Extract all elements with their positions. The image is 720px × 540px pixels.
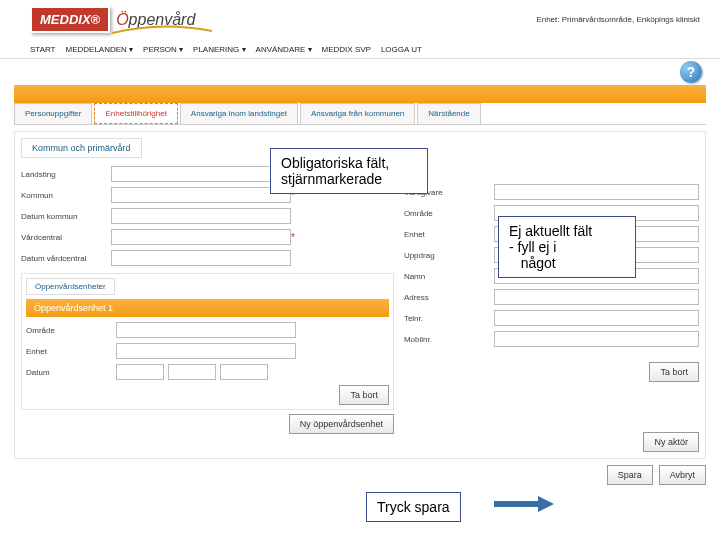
label-adress: Adress: [404, 293, 494, 302]
select-landsting[interactable]: [111, 166, 291, 182]
input-ov-date-2[interactable]: [168, 364, 216, 380]
openvard-title: Öppenvårdsenheter: [26, 278, 115, 295]
annotation-mandatory: Obligatoriska fält, stjärnmarkerade: [270, 148, 428, 194]
avbryt-button[interactable]: Avbryt: [659, 465, 706, 485]
label-landsting: Landsting: [21, 170, 111, 179]
tab-personuppgifter[interactable]: Personuppgifter: [14, 103, 92, 124]
ny-openvardsenhet-button[interactable]: Ny öppenvårdsenhet: [289, 414, 394, 434]
label-ov-datum: Datum: [26, 368, 116, 377]
menu-meddelanden[interactable]: MEDDELANDEN ▾: [65, 45, 133, 54]
footer-buttons: Spara Avbryt: [14, 465, 706, 485]
logo-swoosh-icon: [112, 25, 212, 35]
tab-enhetstillhorighet[interactable]: Enhetstillhörighet: [94, 103, 177, 124]
help-row: ?: [0, 59, 720, 85]
menu-planering[interactable]: PLANERING ▾: [193, 45, 245, 54]
arrow-icon: [494, 496, 554, 512]
select-ov-omrade[interactable]: [116, 322, 296, 338]
required-star: *: [291, 232, 301, 243]
left-column: Landsting * Kommun * Datum kommun Vårdce…: [21, 162, 394, 452]
svg-marker-1: [538, 496, 554, 512]
main-menu: START MEDDELANDEN ▾ PERSON ▾ PLANERING ▾…: [0, 41, 720, 59]
spara-button[interactable]: Spara: [607, 465, 653, 485]
menu-person[interactable]: PERSON ▾: [143, 45, 183, 54]
svg-rect-0: [494, 501, 538, 507]
input-datum-vardcentral[interactable]: [111, 250, 291, 266]
annotation-tryck-spara: Tryck spara: [366, 492, 461, 522]
accent-bar: [14, 85, 706, 103]
label-namn: Namn: [404, 272, 494, 281]
app-header: MEDDIX® Öppenvård Enhet: Primärvårdsområ…: [0, 0, 720, 35]
brand-subtitle: Öppenvård: [116, 11, 195, 29]
logo: MEDDIX® Öppenvård: [30, 6, 195, 33]
label-ov-omrade: Område: [26, 326, 116, 335]
help-icon[interactable]: ?: [680, 61, 702, 83]
tab-ansvariga-landstinget[interactable]: Ansvariga inom landstinget: [180, 103, 298, 124]
select-kommun[interactable]: [111, 187, 291, 203]
select-vardcentral[interactable]: [111, 229, 291, 245]
label-enhet: Enhet: [404, 230, 494, 239]
brand-badge: MEDDIX®: [30, 6, 110, 33]
menu-loggaut[interactable]: LOGGA UT: [381, 45, 422, 54]
menu-anvandare[interactable]: ANVÄNDARE ▾: [256, 45, 312, 54]
label-datum-vardcentral: Datum vårdcentral: [21, 254, 111, 263]
label-ov-enhet: Enhet: [26, 347, 116, 356]
label-vardcentral: Vårdcentral: [21, 233, 111, 242]
label-datum-kommun: Datum kommun: [21, 212, 111, 221]
section-kommun-title: Kommun och primärvård: [21, 138, 142, 158]
input-telnr[interactable]: [494, 310, 699, 326]
tab-ansvariga-kommunen[interactable]: Ansvariga från kommunen: [300, 103, 415, 124]
right-column: Vårdgivare Område Enhet Uppdrag Namn Adr…: [394, 162, 699, 452]
tabort-aktor-button[interactable]: Ta bort: [649, 362, 699, 382]
input-vardgivare[interactable]: [494, 184, 699, 200]
menu-meddix-svp[interactable]: MEDDIX SVP: [322, 45, 371, 54]
ny-aktor-button[interactable]: Ny aktör: [643, 432, 699, 452]
label-omrade: Område: [404, 209, 494, 218]
label-kommun: Kommun: [21, 191, 111, 200]
input-ov-date-1[interactable]: [116, 364, 164, 380]
input-datum-kommun[interactable]: [111, 208, 291, 224]
tabstrip: Personuppgifter Enhetstillhörighet Ansva…: [14, 103, 706, 125]
select-ov-enhet[interactable]: [116, 343, 296, 359]
input-ov-date-3[interactable]: [220, 364, 268, 380]
user-context: Enhet: Primärvårdsområde, Enköpings klin…: [536, 15, 700, 24]
tab-narstaende[interactable]: Närstående: [417, 103, 480, 124]
openvard-unit-header: Öppenvårdsenhet 1: [26, 299, 389, 317]
openvard-section: Öppenvårdsenheter Öppenvårdsenhet 1 Områ…: [21, 273, 394, 410]
label-uppdrag: Uppdrag: [404, 251, 494, 260]
label-mobilnr: Mobilnr.: [404, 335, 494, 344]
annotation-not-current: Ej aktuellt fält - fyll ej i något: [498, 216, 636, 278]
tabort-button[interactable]: Ta bort: [339, 385, 389, 405]
menu-start[interactable]: START: [30, 45, 55, 54]
input-adress[interactable]: [494, 289, 699, 305]
label-telnr: Telnr.: [404, 314, 494, 323]
input-mobilnr[interactable]: [494, 331, 699, 347]
